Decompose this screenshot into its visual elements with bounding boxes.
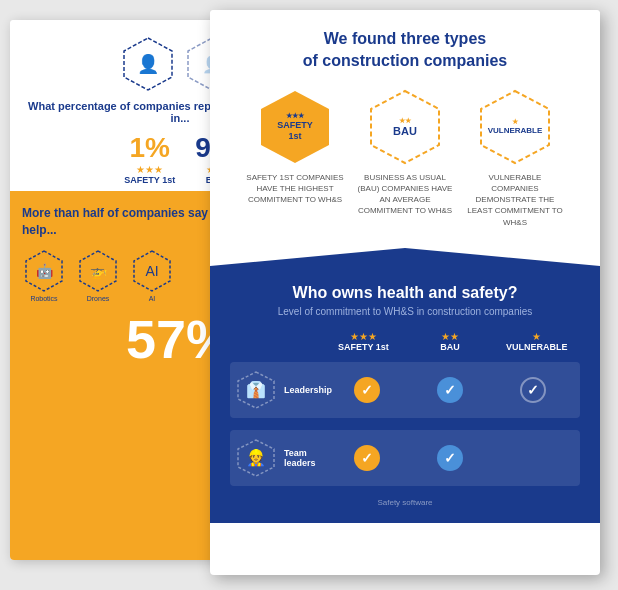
leadership-checks: ✓ ✓ ✓ — [326, 377, 574, 403]
robotics-label: Robotics — [30, 295, 57, 302]
leadership-check-bau: ✓ — [409, 377, 492, 403]
hex-safety: ★★★ SAFETY1st SAFETY 1ST COMPANIES HAVE … — [245, 87, 345, 228]
teamleaders-check-vulnerable — [491, 445, 574, 471]
bau-desc: BUSINESS AS USUAL (BAU) COMPANIES HAVE A… — [355, 172, 455, 217]
check-orange: ✓ — [354, 377, 380, 403]
col-bau: ★★ BAU — [407, 331, 494, 352]
front-title: We found three typesof construction comp… — [230, 28, 580, 73]
teamleaders-label-area: 👷 Team leaders — [236, 438, 326, 478]
teamleaders-check-bau: ✓ — [409, 445, 492, 471]
commitment-header: ★★★ SAFETY 1st ★★ BAU ★ VULNERABLE — [230, 331, 580, 352]
hex-bau: ★★ BAU BUSINESS AS USUAL (BAU) COMPANIES… — [355, 87, 455, 228]
leadership-label-area: 👔 Leadership — [236, 370, 326, 410]
check-blue: ✓ — [437, 377, 463, 403]
safety-percent-value: 1% — [124, 132, 175, 164]
safety-stars: ★★★ — [124, 164, 175, 175]
col-vulnerable: ★ VULNERABLE — [493, 331, 580, 352]
hex-vulnerable: ★ VULNERABLE VULNERABLE COMPANIES DEMONS… — [465, 87, 565, 228]
teamleaders-checks: ✓ ✓ — [326, 445, 574, 471]
tech-robotics: 🤖 Robotics — [22, 249, 66, 302]
person-hex-1: 👤 — [120, 36, 176, 92]
divider-triangle — [210, 248, 600, 266]
check-outline: ✓ — [520, 377, 546, 403]
blue-title: Who owns health and safety? — [230, 284, 580, 302]
front-card-top: We found three typesof construction comp… — [210, 10, 600, 248]
drones-label: Drones — [87, 295, 110, 302]
leadership-row: 👔 Leadership ✓ ✓ — [230, 362, 580, 418]
front-card: We found three typesof construction comp… — [210, 10, 600, 575]
safety-desc: SAFETY 1ST COMPANIES HAVE THE HIGHEST CO… — [245, 172, 345, 206]
safety-software-label: Safety software — [230, 498, 580, 507]
leadership-text: Leadership — [284, 385, 332, 395]
leadership-check-vulnerable: ✓ — [491, 377, 574, 403]
vulnerable-desc: VULNERABLE COMPANIES DEMONSTRATE THE LEA… — [465, 172, 565, 228]
check-orange-2: ✓ — [354, 445, 380, 471]
leadership-check-safety: ✓ — [326, 377, 409, 403]
front-hex-row: ★★★ SAFETY1st SAFETY 1ST COMPANIES HAVE … — [230, 87, 580, 228]
ai-label: AI — [149, 295, 156, 302]
teamleaders-row: 👷 Team leaders ✓ ✓ — [230, 430, 580, 486]
blue-subtitle: Level of commitment to WH&S in construct… — [230, 306, 580, 317]
safety-name: SAFETY 1st — [124, 175, 175, 185]
percent-item-safety: 1% ★★★ SAFETY 1st — [124, 132, 175, 185]
check-blue-2: ✓ — [437, 445, 463, 471]
teamleaders-text: Team leaders — [284, 448, 326, 468]
main-container: 👤 👤 What percentage of companies reporte… — [0, 0, 618, 590]
col-safety: ★★★ SAFETY 1st — [320, 331, 407, 352]
tech-ai: AI AI — [130, 249, 174, 302]
front-card-blue: Who owns health and safety? Level of com… — [210, 266, 600, 523]
tech-drones: 🚁 Drones — [76, 249, 120, 302]
teamleaders-check-safety: ✓ — [326, 445, 409, 471]
